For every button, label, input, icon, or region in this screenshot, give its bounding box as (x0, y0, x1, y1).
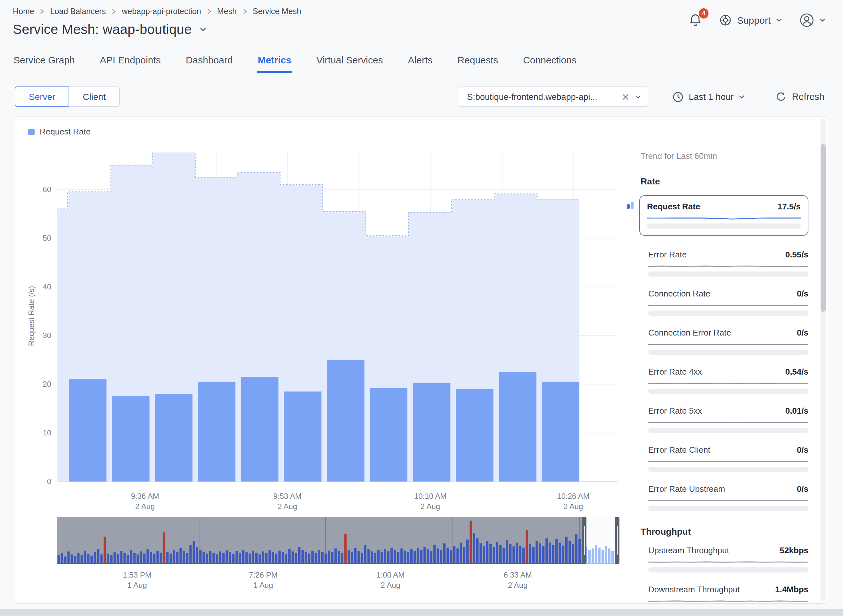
legend-swatch (28, 128, 35, 135)
chevron-right-icon (207, 8, 211, 15)
metric-row-error-rate-5xx[interactable]: Error Rate 5xx 0.01/s (648, 406, 808, 433)
metric-row-error-rate-4xx[interactable]: Error Rate 4xx 0.54/s (648, 367, 808, 394)
metric-row-error-rate-upstream[interactable]: Error Rate Upstream 0/s (648, 484, 808, 511)
metric-label: Error Rate 4xx (648, 367, 702, 377)
svg-text:10:10 AM: 10:10 AM (414, 492, 446, 500)
scrollbar-thumb[interactable] (821, 144, 826, 312)
metrics-filter-select[interactable]: S:boutique-frontend.webapp-api... (459, 87, 648, 107)
refresh-button[interactable]: Refresh (772, 91, 828, 103)
svg-text:50: 50 (43, 234, 51, 242)
tab-dashboard[interactable]: Dashboard (185, 54, 234, 73)
client-button[interactable]: Client (69, 87, 120, 107)
tab-alerts[interactable]: Alerts (407, 54, 433, 73)
metric-section: Throughput Upstream Throughput 52kbps (640, 527, 808, 604)
metric-box: Error Rate Upstream 0/s (648, 484, 808, 511)
server-button[interactable]: Server (15, 87, 69, 107)
metric-row-connection-rate[interactable]: Connection Rate 0/s (648, 289, 808, 316)
metric-row-error-rate[interactable]: Error Rate 0.55/s (648, 250, 808, 277)
metric-row-error-rate-client[interactable]: Error Rate Client 0/s (648, 445, 808, 472)
svg-text:1 Aug: 1 Aug (253, 581, 273, 590)
svg-text:1:53 PM: 1:53 PM (123, 571, 151, 579)
toolbar: Server Client S:boutique-frontend.webapp… (15, 87, 828, 107)
metric-value: 52kbps (780, 546, 808, 555)
account-chevron-icon (819, 18, 826, 22)
horizontal-scrollbar[interactable] (0, 609, 843, 616)
metric-value: 1.4Mbps (775, 585, 808, 594)
metric-row-upstream-throughput[interactable]: Upstream Throughput 52kbps (648, 546, 808, 572)
metric-band (648, 567, 808, 572)
account-menu[interactable] (799, 13, 826, 28)
svg-text:2 Aug: 2 Aug (135, 502, 155, 511)
breadcrumb-item[interactable]: Mesh (217, 7, 237, 16)
request-rate-chart: 01020304050609:36 AM2 Aug9:53 AM2 Aug10:… (26, 144, 629, 514)
clock-icon (673, 91, 683, 102)
breadcrumb-item[interactable]: Service Mesh (253, 7, 301, 16)
svg-text:30: 30 (43, 331, 51, 340)
svg-text:40: 40 (43, 282, 51, 291)
tab-connections[interactable]: Connections (522, 54, 577, 73)
metric-row-connection-error-rate[interactable]: Connection Error Rate 0/s (648, 328, 808, 355)
metric-band (648, 311, 808, 316)
svg-text:10:26 AM: 10:26 AM (557, 492, 589, 500)
metric-label: Error Rate Client (648, 445, 711, 455)
support-menu[interactable]: Support (720, 14, 782, 26)
time-range-select[interactable]: Last 1 hour (669, 91, 749, 103)
tab-bar: Service GraphAPI EndpointsDashboardMetri… (13, 54, 830, 73)
svg-text:0: 0 (47, 477, 51, 486)
metric-value: 0/s (797, 328, 808, 337)
tab-service-graph[interactable]: Service Graph (13, 54, 76, 73)
toolbar-right: S:boutique-frontend.webapp-api... Last 1… (459, 87, 828, 107)
metric-sparkline (648, 418, 808, 427)
svg-text:9:36 AM: 9:36 AM (131, 492, 159, 500)
breadcrumb-item[interactable]: webapp-api-protection (122, 7, 201, 16)
metric-sparkline (648, 496, 808, 505)
timeline-minimap[interactable]: 1:53 PM1 Aug7:26 PM1 Aug1:00 AM2 Aug6:33… (26, 517, 629, 592)
svg-text:1 Aug: 1 Aug (128, 581, 147, 590)
metric-sparkline (648, 261, 808, 270)
refresh-label: Refresh (792, 92, 824, 102)
tab-virtual-services[interactable]: Virtual Services (316, 54, 384, 73)
breadcrumb-item[interactable]: Load Balancers (50, 7, 106, 16)
vertical-scrollbar[interactable] (821, 119, 826, 601)
metric-row-request-rate[interactable]: Request Rate 17.5/s (648, 195, 808, 236)
chevron-right-icon (242, 8, 247, 15)
metric-box: Connection Rate 0/s (648, 289, 808, 316)
metric-label: Request Rate (647, 202, 700, 211)
metric-band (648, 271, 808, 277)
metric-box: Error Rate 0.55/s (648, 250, 808, 277)
metric-band (647, 223, 801, 229)
title-chevron-icon[interactable] (198, 26, 209, 33)
support-label: Support (737, 15, 771, 26)
metric-rows: Request Rate 17.5/s Error Rate 0.55/s (640, 195, 808, 511)
svg-text:2 Aug: 2 Aug (381, 581, 400, 590)
metric-row-downstream-throughput[interactable]: Downstream Throughput 1.4Mbps (648, 585, 808, 604)
metric-sparkline (648, 378, 808, 387)
notification-bell[interactable]: 4 (689, 13, 702, 27)
time-range-chevron-icon (739, 94, 745, 99)
metric-sparkline (648, 596, 808, 604)
tab-metrics[interactable]: Metrics (257, 54, 292, 73)
svg-text:20: 20 (43, 380, 51, 389)
metric-box: Connection Error Rate 0/s (648, 328, 808, 355)
time-range-label: Last 1 hour (689, 92, 733, 102)
avatar-icon (799, 13, 814, 28)
svg-text:2 Aug: 2 Aug (420, 502, 440, 511)
metric-label: Error Rate 5xx (648, 406, 702, 415)
metric-band (648, 389, 808, 394)
svg-text:2 Aug: 2 Aug (278, 502, 297, 511)
metrics-card: Request Rate 01020304050609:36 AM2 Aug9:… (15, 116, 828, 604)
metric-sparkline (648, 456, 808, 465)
metric-band (648, 350, 808, 355)
tab-api-endpoints[interactable]: API Endpoints (99, 54, 162, 73)
breadcrumb-item[interactable]: Home (13, 7, 34, 16)
metric-head: Error Rate Client 0/s (648, 445, 808, 455)
clear-filter-icon[interactable] (622, 93, 629, 100)
metric-head: Downstream Throughput 1.4Mbps (648, 585, 808, 594)
metric-head: Error Rate 5xx 0.01/s (648, 406, 808, 415)
metric-section-title: Rate (640, 176, 808, 186)
metric-value: 0.01/s (785, 406, 808, 415)
tab-requests[interactable]: Requests (457, 54, 499, 73)
chart-legend[interactable]: Request Rate (28, 127, 629, 136)
svg-text:60: 60 (43, 185, 51, 194)
metric-section-title: Throughput (640, 527, 808, 537)
